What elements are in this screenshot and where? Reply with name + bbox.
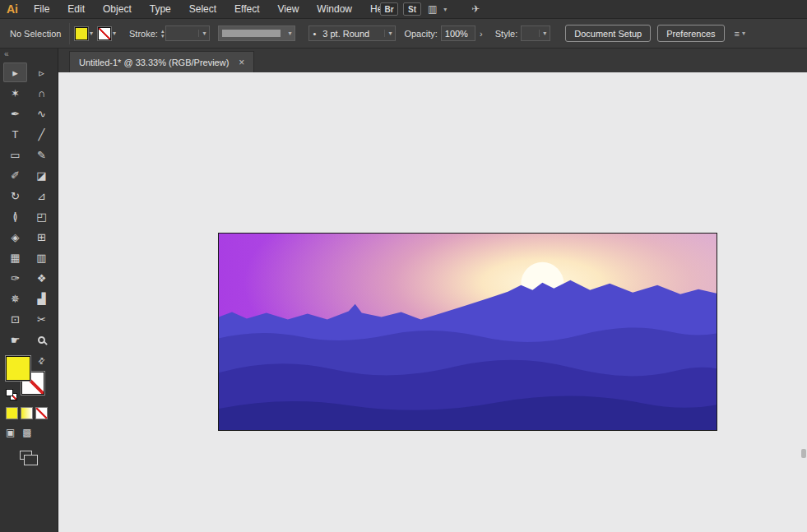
blend-tool[interactable]: ❖ xyxy=(30,268,53,288)
document-setup-button[interactable]: Document Setup xyxy=(565,25,651,42)
curvature-tool[interactable]: ∿ xyxy=(30,104,53,123)
default-fill-stroke-icon[interactable] xyxy=(6,389,17,400)
swap-fill-stroke-icon[interactable]: ⇄ xyxy=(35,355,47,367)
align-chevron-icon[interactable]: ▾ xyxy=(742,30,745,37)
menu-type[interactable]: Type xyxy=(141,3,180,15)
align-options-cluster[interactable]: ≡ ▾ xyxy=(735,29,745,39)
preferences-button[interactable]: Preferences xyxy=(657,25,724,42)
stroke-weight-chevron-icon[interactable]: ▾ xyxy=(198,30,209,37)
menu-file[interactable]: File xyxy=(25,3,58,15)
drawing-mode-buttons: ▣ ▩ xyxy=(6,427,58,438)
vertical-scrollbar-thumb[interactable] xyxy=(801,449,806,458)
opacity-input[interactable]: 100% xyxy=(441,25,475,41)
style-chevron-icon[interactable]: ▾ xyxy=(539,30,550,37)
draw-normal-icon[interactable]: ▣ xyxy=(6,427,15,438)
stroke-color-swatch[interactable] xyxy=(98,27,111,40)
pen-tool-icon: ✒ xyxy=(11,108,20,120)
opacity-expand-icon[interactable]: › xyxy=(475,25,487,41)
lasso-tool-icon: ∩ xyxy=(38,87,45,99)
gradient-button[interactable] xyxy=(21,407,33,419)
free-transform-tool[interactable]: ◰ xyxy=(30,206,53,226)
brushes-panel-button[interactable]: Br xyxy=(380,2,398,16)
paint-mode-buttons xyxy=(6,407,58,419)
tab-close-icon[interactable]: × xyxy=(239,57,244,68)
fill-color-swatch[interactable] xyxy=(75,27,88,40)
graphic-styles-panel-button[interactable]: St xyxy=(403,2,421,16)
artboard-tool[interactable]: ⊡ xyxy=(3,309,27,329)
menu-object[interactable]: Object xyxy=(94,3,141,15)
stroke-chevron-icon[interactable]: ▾ xyxy=(113,30,116,37)
shape-builder-tool[interactable]: ◈ xyxy=(3,227,27,247)
symbol-sprayer-tool[interactable]: ✵ xyxy=(3,289,27,308)
column-graph-tool[interactable]: ▟ xyxy=(30,289,53,308)
slice-tool[interactable]: ✂ xyxy=(30,309,53,329)
gpu-performance-icon[interactable]: ✈ xyxy=(470,3,481,15)
paintbrush-tool-icon: ✎ xyxy=(37,149,46,161)
eraser-tool-icon: ◪ xyxy=(36,169,46,182)
canvas-area[interactable] xyxy=(58,72,807,532)
hand-tool[interactable]: ☛ xyxy=(3,330,27,349)
align-panel-icon[interactable]: ≡ xyxy=(735,29,740,39)
stepper-down-icon[interactable]: ▾ xyxy=(161,34,165,39)
menu-bar: Ai File Edit Object Type Select Effect V… xyxy=(0,0,807,18)
screen-mode-button[interactable] xyxy=(20,448,58,463)
draw-behind-icon[interactable]: ▩ xyxy=(22,427,31,438)
selection-tool-icon: ▸ xyxy=(12,67,18,79)
slice-tool-icon: ✂ xyxy=(37,313,46,326)
tools-grid: ▸ ▹ ✶ ∩ ✒ ∿ T ╱ ▭ ✎ ✐ ◪ ↻ ⊿ ≬ ◰ ◈ ⊞ ▦ ▥ … xyxy=(3,62,54,349)
workspace-chevron-icon[interactable]: ▾ xyxy=(443,6,447,13)
pen-tool[interactable]: ✒ xyxy=(3,104,27,123)
color-button[interactable] xyxy=(6,407,18,419)
menu-edit[interactable]: Edit xyxy=(58,3,94,15)
rotate-tool[interactable]: ↻ xyxy=(3,186,27,206)
line-segment-tool[interactable]: ╱ xyxy=(30,124,53,144)
vertical-scrollbar[interactable] xyxy=(800,72,806,532)
pencil-tool[interactable]: ✐ xyxy=(3,165,27,185)
stroke-weight-stepper[interactable]: ▴ ▾ xyxy=(161,29,165,39)
illustrator-window: { "menu_bar": { "logo": "Ai", "logo_colo… xyxy=(0,0,807,532)
eyedropper-tool[interactable]: ✑ xyxy=(3,268,27,288)
menu-window[interactable]: Window xyxy=(308,3,361,15)
collapse-panel-icon[interactable]: « xyxy=(4,49,9,58)
screen-mode-icon xyxy=(20,451,32,460)
artboard[interactable] xyxy=(218,233,717,431)
magic-wand-tool-icon: ✶ xyxy=(11,87,20,99)
selection-status: No Selection xyxy=(10,29,64,39)
column-graph-tool-icon: ▟ xyxy=(38,293,46,305)
fill-swatch[interactable] xyxy=(6,356,30,381)
zoom-tool[interactable] xyxy=(30,330,53,349)
perspective-grid-tool[interactable]: ⊞ xyxy=(30,227,53,247)
lasso-tool[interactable]: ∩ xyxy=(30,83,53,103)
perspective-grid-tool-icon: ⊞ xyxy=(37,231,46,243)
type-tool[interactable]: T xyxy=(3,124,27,144)
style-label[interactable]: Style: xyxy=(495,29,518,39)
stroke-weight-select[interactable]: ▾ xyxy=(165,25,210,41)
scale-tool-icon: ⊿ xyxy=(37,190,46,202)
direct-selection-tool[interactable]: ▹ xyxy=(30,62,53,82)
menu-effect[interactable]: Effect xyxy=(225,3,268,15)
mesh-tool[interactable]: ▦ xyxy=(3,247,27,267)
eraser-tool[interactable]: ◪ xyxy=(30,165,53,185)
stroke-label[interactable]: Stroke: xyxy=(129,29,158,39)
control-bar: No Selection ▾ ▾ Stroke: ▴ ▾ ▾ ▾ • 3 pt.… xyxy=(0,18,807,49)
menu-view[interactable]: View xyxy=(269,3,308,15)
selection-tool[interactable]: ▸ xyxy=(3,62,27,82)
tools-panel-header: « xyxy=(0,49,58,60)
brush-definition-select[interactable]: • 3 pt. Round ▾ xyxy=(308,25,396,41)
paintbrush-tool[interactable]: ✎ xyxy=(30,145,53,164)
fill-chevron-icon[interactable]: ▾ xyxy=(90,30,93,37)
document-tab[interactable]: Untitled-1* @ 33.33% (RGB/Preview) × xyxy=(69,51,254,72)
brush-chevron-icon[interactable]: ▾ xyxy=(384,30,395,37)
zoom-tool-icon xyxy=(38,336,45,344)
artboard-tool-icon: ⊡ xyxy=(11,313,20,326)
opacity-label[interactable]: Opacity: xyxy=(404,29,437,39)
style-select[interactable]: ▾ xyxy=(521,25,550,41)
magic-wand-tool[interactable]: ✶ xyxy=(3,83,27,103)
none-button[interactable] xyxy=(35,407,48,419)
workspace-switcher-icon[interactable]: ▥ xyxy=(426,3,438,15)
width-tool[interactable]: ≬ xyxy=(3,206,27,226)
rectangle-tool[interactable]: ▭ xyxy=(3,145,27,164)
menu-select[interactable]: Select xyxy=(180,3,225,15)
gradient-tool[interactable]: ▥ xyxy=(30,247,53,267)
scale-tool[interactable]: ⊿ xyxy=(30,186,53,206)
